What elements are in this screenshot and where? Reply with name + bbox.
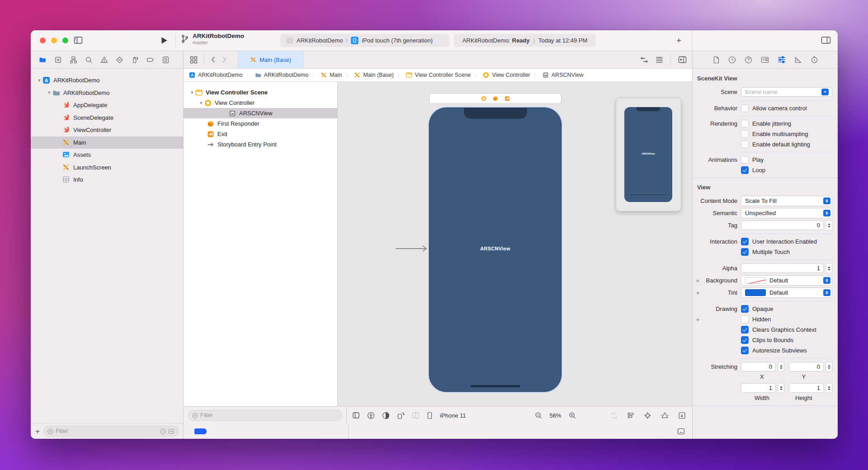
hide-bottom-bar-icon[interactable] [677, 428, 685, 435]
play-checkbox[interactable] [741, 156, 749, 164]
stretching-x-stepper[interactable] [778, 362, 784, 372]
align-icon[interactable] [627, 412, 635, 419]
history-inspector-icon[interactable] [728, 56, 736, 64]
breadcrumb-scene[interactable]: View Controller Scene [406, 72, 471, 78]
first-responder-icon[interactable] [493, 96, 498, 101]
enable-default-lighting-checkbox[interactable] [741, 141, 749, 148]
issue-navigator-icon[interactable] [100, 56, 108, 64]
outline-row-entry-point[interactable]: Storyboard Entry Point [184, 139, 337, 150]
breadcrumb-group[interactable]: ARKitRobotDemo [255, 72, 309, 78]
opaque-checkbox[interactable] [741, 305, 749, 313]
debug-navigator-icon[interactable] [131, 56, 139, 64]
tab-main-base[interactable]: Main (Base) [238, 51, 303, 68]
file-row-appdelegate[interactable]: AppDelegate [31, 99, 183, 112]
file-row-viewcontroller[interactable]: ViewController [31, 124, 183, 136]
storyboard-canvas[interactable]: ARSCNView ARSCNView [338, 82, 692, 406]
multiple-touch-checkbox[interactable] [741, 248, 749, 256]
stretching-height-stepper[interactable] [826, 383, 832, 393]
add-constraints-icon[interactable] [644, 412, 651, 419]
editor-layout-icon[interactable] [821, 36, 831, 44]
disclosure-icon[interactable]: ▼ [198, 101, 204, 105]
hidden-checkbox[interactable] [741, 315, 749, 323]
zoom-in-icon[interactable] [569, 412, 576, 419]
resolve-autolayout-icon[interactable] [660, 412, 669, 419]
quick-help-inspector-icon[interactable] [745, 56, 752, 64]
embed-icon[interactable] [678, 412, 686, 419]
attributes-inspector-icon[interactable] [778, 56, 786, 63]
scheme-selector[interactable]: ARKitRobotDemo 〉 iPod touch (7th generat… [280, 34, 449, 47]
file-row-launchscreen[interactable]: LaunchScreen [31, 161, 183, 174]
toggle-navigator-icon[interactable] [74, 36, 83, 44]
alpha-stepper[interactable] [826, 263, 832, 273]
add-background-variation-button[interactable]: + [696, 277, 700, 284]
alpha-field[interactable]: 1 [741, 263, 824, 273]
scene-dropdown-button[interactable] [821, 89, 829, 95]
find-navigator-icon[interactable] [85, 56, 93, 64]
connections-inspector-icon[interactable] [811, 56, 818, 64]
size-inspector-icon[interactable] [794, 56, 802, 64]
go-back-icon[interactable] [211, 56, 216, 63]
outline-row-view-controller[interactable]: ▼ View Controller [184, 98, 337, 108]
outline-row-arscnview[interactable]: ARSCNView [184, 108, 337, 118]
add-editor-icon[interactable] [678, 56, 687, 63]
tint-color-popup[interactable]: Default [741, 287, 832, 298]
file-inspector-icon[interactable] [713, 56, 720, 64]
file-row-main-storyboard[interactable]: Main [31, 136, 183, 149]
add-tab-button[interactable]: + [676, 36, 681, 46]
breadcrumb-main[interactable]: Main [321, 72, 342, 78]
stretching-height-field[interactable]: 1 [789, 383, 824, 393]
source-control-navigator-icon[interactable] [54, 56, 62, 64]
scm-branch-info[interactable]: ARKitRobotDemo master [181, 33, 244, 45]
file-row-project[interactable]: ▼ ARKitRobotDemo [31, 74, 183, 87]
outline-row-first-responder[interactable]: First Responder [184, 118, 337, 129]
tag-stepper[interactable] [826, 220, 832, 230]
zoom-level[interactable]: 56% [550, 412, 561, 419]
enable-multisampling-checkbox[interactable] [741, 130, 749, 138]
stretching-width-stepper[interactable] [778, 383, 784, 393]
tag-field[interactable]: 0 [741, 221, 824, 230]
outline-row-scene[interactable]: ▼ View Controller Scene [184, 87, 337, 98]
breadcrumb-arscnview[interactable]: ARSCNView [542, 72, 584, 78]
hide-outline-icon[interactable] [352, 412, 360, 419]
disclosure-icon[interactable]: ▼ [46, 90, 52, 95]
minimize-window-button[interactable] [51, 38, 57, 43]
report-navigator-icon[interactable] [162, 56, 170, 64]
breakpoint-navigator-icon[interactable] [146, 56, 154, 64]
device-icon[interactable] [427, 412, 433, 419]
stretching-width-field[interactable]: 1 [741, 383, 776, 393]
allow-camera-control-checkbox[interactable] [741, 104, 749, 112]
identity-inspector-icon[interactable] [761, 56, 769, 63]
recent-files-icon[interactable] [160, 428, 166, 434]
color-variants-icon[interactable] [382, 412, 390, 419]
add-file-button[interactable]: + [35, 428, 40, 435]
disclosure-icon[interactable]: ▼ [36, 78, 42, 83]
exit-icon[interactable] [505, 96, 510, 101]
file-row-group[interactable]: ▼ ARKitRobotDemo [31, 87, 183, 99]
file-row-scenedelegate[interactable]: SceneDelegate [31, 112, 183, 124]
document-outline-toggle[interactable] [194, 428, 207, 434]
zoom-out-icon[interactable] [535, 412, 542, 419]
code-review-icon[interactable] [640, 56, 648, 63]
scene-name-field[interactable]: Scene name [741, 87, 832, 97]
user-interaction-enabled-checkbox[interactable] [741, 238, 749, 245]
file-row-info-plist[interactable]: Info [31, 174, 183, 186]
update-frames-icon[interactable] [610, 412, 618, 419]
related-items-icon[interactable] [190, 56, 198, 64]
run-button[interactable] [161, 37, 168, 44]
clips-to-bounds-checkbox[interactable] [741, 336, 749, 344]
autoresize-subviews-checkbox[interactable] [741, 347, 749, 354]
scm-status-filter-icon[interactable] [168, 428, 175, 434]
navigator-filter-field[interactable]: Filter [43, 426, 179, 437]
disclosure-icon[interactable]: ▼ [189, 90, 195, 95]
outline-filter-field[interactable]: Filter [188, 410, 342, 421]
storyboard-entry-arrow[interactable] [396, 244, 429, 253]
test-navigator-icon[interactable] [116, 56, 123, 64]
adjust-editor-icon[interactable] [656, 56, 663, 63]
stretching-y-stepper[interactable] [826, 362, 832, 372]
device-preview-card[interactable]: ARSCNView [616, 98, 681, 212]
stretching-x-field[interactable]: 0 [741, 362, 776, 371]
accessibility-icon[interactable] [367, 412, 375, 419]
go-forward-icon[interactable] [222, 56, 227, 63]
clears-graphics-context-checkbox[interactable] [741, 326, 749, 334]
breadcrumb-project[interactable]: ARKitRobotDemo [189, 72, 243, 78]
